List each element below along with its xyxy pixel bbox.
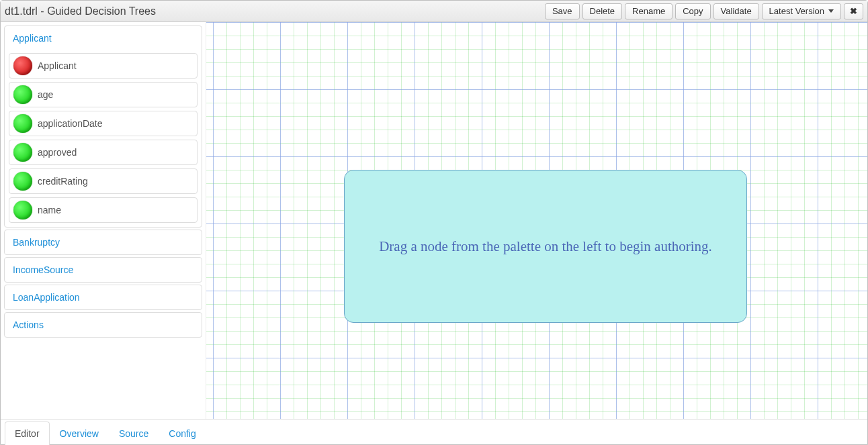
palette-section-title: IncomeSource [13, 264, 73, 275]
palette-section-title: Applicant [13, 33, 52, 44]
palette-item-age[interactable]: age [9, 82, 198, 107]
close-button[interactable]: ✖ [844, 3, 863, 19]
palette-section-header[interactable]: Bankruptcy [5, 230, 202, 254]
window-title: dt1.tdrl - Guided Decision Trees [5, 5, 545, 17]
palette-section-header[interactable]: Applicant [5, 26, 202, 50]
palette-item-approved[interactable]: approved [9, 140, 198, 165]
type-node-icon [13, 56, 32, 75]
toolbar: Save Delete Rename Copy Validate Latest … [545, 3, 863, 19]
titlebar: dt1.tdrl - Guided Decision Trees Save De… [1, 1, 867, 22]
canvas-wrap: Drag a node from the palette on the left… [206, 22, 867, 419]
tab-label: Overview [60, 428, 99, 439]
content-area: Applicant Applicant age ap [1, 22, 867, 419]
tab-overview[interactable]: Overview [50, 422, 109, 445]
palette-accordion: Applicant Applicant age ap [4, 26, 202, 338]
tab-label: Config [169, 428, 196, 439]
editor-window: dt1.tdrl - Guided Decision Trees Save De… [0, 0, 868, 445]
save-button[interactable]: Save [545, 3, 580, 19]
palette-item-label: age [38, 89, 53, 100]
palette-section-actions: Actions [4, 312, 202, 338]
delete-button[interactable]: Delete [582, 3, 623, 19]
palette-item-credit-rating[interactable]: creditRating [9, 168, 198, 194]
palette-section-bankruptcy: Bankruptcy [4, 230, 202, 255]
canvas-drop-hint-text: Drag a node from the palette on the left… [379, 238, 712, 255]
bottom-tabs: Editor Overview Source Config [1, 419, 867, 444]
caret-down-icon [828, 9, 834, 13]
palette-section-header[interactable]: IncomeSource [5, 258, 202, 282]
palette-section-loan-application: LoanApplication [4, 285, 202, 310]
tab-label: Editor [15, 428, 40, 439]
palette-item-label: approved [38, 147, 77, 158]
palette-item-label: creditRating [38, 176, 88, 187]
palette-sidebar: Applicant Applicant age ap [1, 22, 206, 419]
palette-item-applicant[interactable]: Applicant [9, 53, 198, 79]
palette-item-name[interactable]: name [9, 197, 198, 223]
field-node-icon [13, 85, 32, 104]
version-dropdown-label: Latest Version [769, 6, 824, 16]
tab-editor[interactable]: Editor [5, 422, 50, 445]
field-node-icon [13, 143, 32, 162]
palette-section-applicant: Applicant Applicant age ap [4, 26, 202, 228]
close-icon: ✖ [850, 6, 857, 16]
palette-section-title: Actions [13, 319, 44, 330]
field-node-icon [13, 172, 32, 191]
palette-section-income-source: IncomeSource [4, 257, 202, 283]
copy-button[interactable]: Copy [675, 3, 710, 19]
palette-section-title: LoanApplication [13, 292, 80, 303]
palette-section-header[interactable]: Actions [5, 313, 202, 337]
tab-label: Source [119, 428, 148, 439]
tab-source[interactable]: Source [109, 422, 159, 445]
palette-item-application-date[interactable]: applicationDate [9, 111, 198, 136]
palette-section-header[interactable]: LoanApplication [5, 285, 202, 309]
field-node-icon [13, 201, 32, 219]
tab-config[interactable]: Config [159, 422, 206, 445]
field-node-icon [13, 114, 32, 133]
palette-section-title: Bankruptcy [13, 237, 60, 248]
palette-item-label: Applicant [38, 60, 77, 71]
palette-item-label: name [38, 205, 61, 215]
palette-item-label: applicationDate [38, 118, 103, 129]
palette-section-body: Applicant age applicationDate appro [5, 50, 202, 227]
canvas-drop-hint: Drag a node from the palette on the left… [344, 170, 747, 323]
rename-button[interactable]: Rename [625, 3, 672, 19]
validate-button[interactable]: Validate [713, 3, 759, 19]
version-dropdown[interactable]: Latest Version [762, 3, 841, 19]
